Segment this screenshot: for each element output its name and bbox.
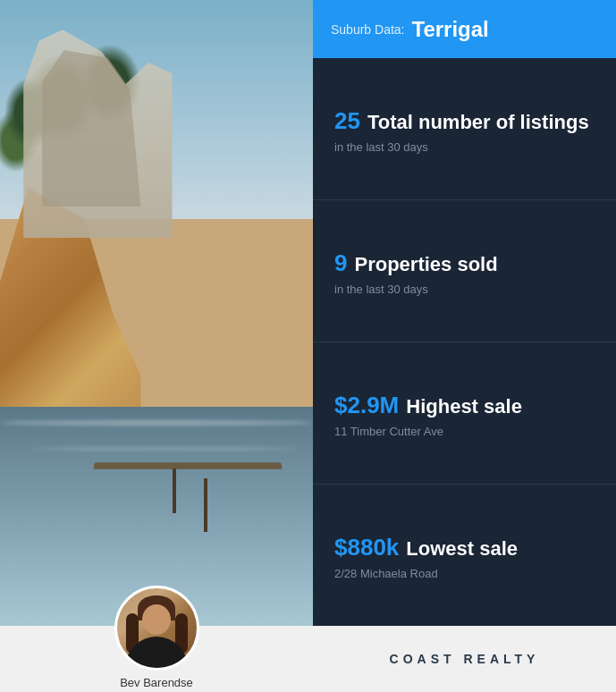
- lowest-number: $880k: [334, 534, 399, 561]
- data-panel: Suburb Data: Terrigal 25 Total number of…: [313, 0, 616, 626]
- stat-listings: 25 Total number of listings in the last …: [313, 58, 616, 200]
- stat-sold-main: 9 Properties sold: [334, 249, 595, 277]
- agent-name: Bev Barendse: [114, 676, 199, 689]
- avatar-container: Bev Barendse: [114, 586, 199, 689]
- suburb-name: Terrigal: [412, 17, 489, 42]
- stats-container: 25 Total number of listings in the last …: [313, 58, 616, 626]
- listings-label: Total number of listings: [367, 111, 589, 134]
- listings-sublabel: in the last 30 days: [334, 140, 595, 154]
- brand-section: COAST REALTY: [313, 652, 616, 666]
- stat-highest: $2.9M Highest sale 11 Timber Cutter Ave: [313, 342, 616, 485]
- brand-name: COAST REALTY: [390, 652, 540, 666]
- image-panel: [0, 0, 313, 626]
- sold-number: 9: [334, 249, 347, 277]
- stat-highest-main: $2.9M Highest sale: [334, 392, 595, 419]
- footer: Bev Barendse COAST REALTY: [0, 626, 616, 692]
- lowest-sublabel: 2/28 Michaela Road: [334, 567, 595, 580]
- highest-sublabel: 11 Timber Cutter Ave: [334, 425, 595, 438]
- stat-listings-main: 25 Total number of listings: [334, 107, 595, 135]
- agent-section: Bev Barendse: [0, 626, 313, 692]
- sold-sublabel: in the last 30 days: [334, 283, 595, 296]
- lowest-label: Lowest sale: [406, 537, 518, 561]
- header-bar: Suburb Data: Terrigal: [313, 0, 616, 58]
- stat-lowest: $880k Lowest sale 2/28 Michaela Road: [313, 485, 616, 626]
- listings-number: 25: [334, 107, 360, 135]
- sold-label: Properties sold: [354, 253, 497, 276]
- stat-sold: 9 Properties sold in the last 30 days: [313, 200, 616, 342]
- highest-label: Highest sale: [406, 395, 522, 418]
- avatar: [114, 586, 199, 671]
- stat-lowest-main: $880k Lowest sale: [334, 534, 595, 561]
- main-container: Suburb Data: Terrigal 25 Total number of…: [0, 0, 616, 626]
- header-label: Suburb Data:: [331, 22, 405, 37]
- highest-number: $2.9M: [334, 392, 399, 419]
